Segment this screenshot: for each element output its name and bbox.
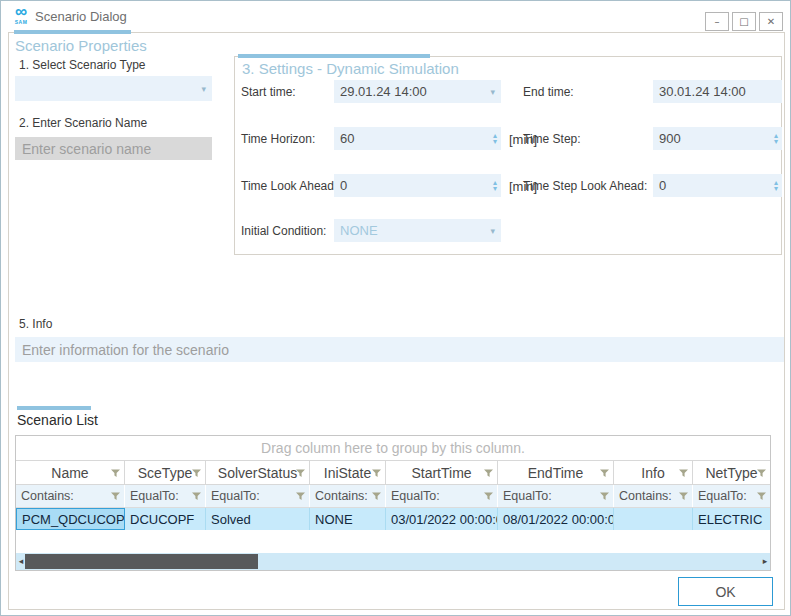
row-cell-inistate[interactable]: NONE: [310, 508, 386, 530]
filter-operator-label: EqualTo:: [211, 489, 260, 503]
filter-operator-label: EqualTo:: [391, 489, 440, 503]
spin-down-icon[interactable]: ▾: [774, 139, 778, 145]
maximize-button[interactable]: □: [732, 12, 756, 31]
properties-section-header: Scenario Properties: [15, 37, 147, 54]
column-header-nettype[interactable]: NetType: [693, 461, 770, 484]
filter-cell-solverstatus[interactable]: EqualTo:: [206, 485, 310, 507]
window-controls: – □ ✕: [705, 12, 783, 31]
time-step-look-ahead-spinner[interactable]: 0 ▴▾: [653, 174, 782, 197]
close-button[interactable]: ✕: [759, 12, 783, 31]
time-look-ahead-spinner[interactable]: 0 ▴▾: [334, 174, 501, 197]
column-header-inistate[interactable]: IniState: [310, 461, 386, 484]
time-step-value: 900: [659, 131, 774, 146]
settings-accent-line: [238, 54, 430, 58]
filter-operator-label: EqualTo:: [503, 489, 552, 503]
horizontal-scrollbar[interactable]: ◂ ▸: [16, 553, 770, 570]
time-horizon-label: Time Horizon:: [241, 132, 315, 146]
row-cell-scetype[interactable]: DCUCOPF: [125, 508, 206, 530]
infinity-logo-glyph: ∞: [15, 6, 27, 20]
column-header-label: Info: [641, 465, 664, 481]
filter-funnel-icon[interactable]: [111, 468, 120, 477]
grid-filter-row: Contains:EqualTo:EqualTo:Contains:EqualT…: [16, 485, 770, 508]
filter-cell-nettype[interactable]: EqualTo:: [693, 485, 770, 507]
spin-down-icon[interactable]: ▾: [493, 186, 497, 192]
info-input[interactable]: [15, 337, 784, 362]
initial-condition-dropdown[interactable]: NONE ▾: [334, 219, 501, 242]
filter-funnel-icon[interactable]: [111, 492, 120, 501]
filter-operator-label: Contains:: [21, 489, 74, 503]
filter-operator-label: Contains:: [315, 489, 368, 503]
column-header-solverstatus[interactable]: SolverStatus: [206, 461, 310, 484]
column-header-scetype[interactable]: SceType: [125, 461, 206, 484]
row-cell-nettype[interactable]: ELECTRIC: [693, 508, 770, 530]
scenario-dialog-window: ∞ SAM Scenario Dialog – □ ✕ Scenario Pro…: [0, 0, 791, 616]
grid-data-row[interactable]: PCM_QDCUCOPF_5DCUCOPFSolvedNONE03/01/202…: [16, 508, 770, 530]
filter-cell-name[interactable]: Contains:: [16, 485, 125, 507]
column-header-label: StartTime: [411, 465, 471, 481]
close-icon: ✕: [767, 17, 775, 27]
row-cell-endtime[interactable]: 08/01/2022 00:00:00: [498, 508, 614, 530]
filter-operator-label: Contains:: [619, 489, 672, 503]
column-header-label: NetType: [705, 465, 757, 481]
column-header-name[interactable]: Name: [16, 461, 125, 484]
start-time-value: 29.01.24 14:00: [340, 84, 486, 99]
scenario-name-input[interactable]: [15, 137, 212, 160]
row-cell-starttime[interactable]: 03/01/2022 00:00:00: [386, 508, 498, 530]
ok-button[interactable]: OK: [678, 577, 773, 606]
info-label: 5. Info: [19, 317, 52, 331]
filter-funnel-icon[interactable]: [679, 492, 688, 501]
filter-cell-endtime[interactable]: EqualTo:: [498, 485, 614, 507]
scenario-type-dropdown[interactable]: ▾: [15, 76, 212, 101]
chevron-down-icon: ▾: [490, 226, 495, 236]
minimize-icon: –: [715, 17, 720, 27]
filter-funnel-icon[interactable]: [600, 492, 609, 501]
maximize-icon: □: [739, 17, 748, 27]
start-time-label: Start time:: [241, 85, 296, 99]
filter-funnel-icon[interactable]: [484, 468, 493, 477]
time-horizon-spinner[interactable]: 60 ▴▾: [334, 127, 501, 150]
filter-funnel-icon[interactable]: [192, 492, 201, 501]
scenario-type-label: 1. Select Scenario Type: [19, 58, 146, 72]
start-time-dropdown[interactable]: 29.01.24 14:00 ▾: [334, 80, 501, 103]
end-time-label: End time:: [523, 85, 574, 99]
filter-funnel-icon[interactable]: [757, 468, 766, 477]
time-horizon-value: 60: [340, 131, 493, 146]
end-time-field[interactable]: 30.01.24 14:00: [653, 80, 782, 103]
filter-cell-scetype[interactable]: EqualTo:: [125, 485, 206, 507]
column-header-label: SceType: [138, 465, 192, 481]
filter-funnel-icon[interactable]: [372, 492, 381, 501]
minimize-button[interactable]: –: [705, 12, 729, 31]
column-header-info[interactable]: Info: [614, 461, 693, 484]
time-step-spinner[interactable]: 900 ▴▾: [653, 127, 782, 150]
row-cell-solverstatus[interactable]: Solved: [206, 508, 310, 530]
filter-funnel-icon[interactable]: [484, 492, 493, 501]
scroll-right-icon[interactable]: ▸: [760, 553, 770, 570]
spin-down-icon[interactable]: ▾: [493, 139, 497, 145]
title-bar[interactable]: ∞ SAM Scenario Dialog – □ ✕: [1, 1, 790, 32]
scroll-thumb[interactable]: [25, 554, 258, 569]
grid-empty-area: [16, 530, 770, 553]
filter-funnel-icon[interactable]: [296, 468, 305, 477]
row-cell-info[interactable]: [614, 508, 693, 530]
filter-cell-info[interactable]: Contains:: [614, 485, 693, 507]
filter-cell-inistate[interactable]: Contains:: [310, 485, 386, 507]
column-header-endtime[interactable]: EndTime: [498, 461, 614, 484]
filter-funnel-icon[interactable]: [372, 468, 381, 477]
properties-accent-line: [14, 30, 131, 34]
scenario-list-header: Scenario List: [17, 412, 98, 428]
filter-funnel-icon[interactable]: [757, 492, 766, 501]
filter-funnel-icon[interactable]: [296, 492, 305, 501]
filter-funnel-icon[interactable]: [600, 468, 609, 477]
grid-header-row: NameSceTypeSolverStatusIniStateStartTime…: [16, 461, 770, 485]
filter-cell-starttime[interactable]: EqualTo:: [386, 485, 498, 507]
spin-down-icon[interactable]: ▾: [774, 186, 778, 192]
group-by-panel[interactable]: Drag column here to group by this column…: [16, 436, 770, 461]
column-header-starttime[interactable]: StartTime: [386, 461, 498, 484]
filter-funnel-icon[interactable]: [679, 468, 688, 477]
time-look-ahead-value: 0: [340, 178, 493, 193]
scenario-list-accent-line: [17, 406, 91, 410]
time-step-look-ahead-label: Time Step Look Ahead:: [523, 179, 647, 193]
row-cell-name[interactable]: PCM_QDCUCOPF_5: [16, 508, 125, 530]
filter-funnel-icon[interactable]: [192, 468, 201, 477]
end-time-value: 30.01.24 14:00: [659, 84, 776, 99]
